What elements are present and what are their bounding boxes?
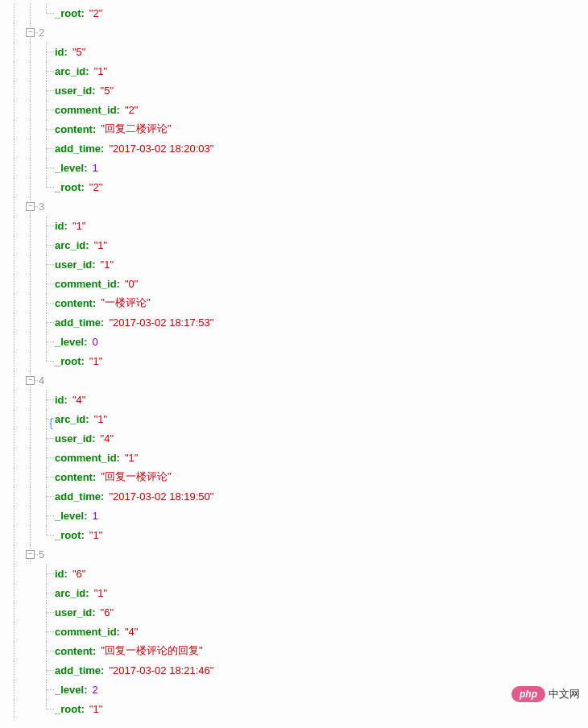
colon: : — [117, 626, 120, 638]
property-value: "4" — [72, 394, 85, 406]
json-tree: _root : "2"− 2id : "5"arc_id : "1"user_i… — [0, 3, 588, 718]
colon: : — [92, 259, 95, 271]
collapse-toggle[interactable]: − — [26, 550, 35, 559]
colon: : — [101, 664, 104, 676]
property-row: add_time : "2017-03-02 18:20:03" — [6, 139, 588, 158]
property-value: "2017-03-02 18:20:03" — [109, 143, 213, 155]
property-content: arc_id : "1" — [55, 65, 107, 77]
property-value: "2" — [89, 181, 102, 193]
watermark: php 中文网 — [511, 686, 580, 702]
property-content: content : "回复二楼评论" — [55, 122, 172, 136]
property-row: add_time : "2017-03-02 18:19:50" — [6, 486, 588, 506]
array-index: 5 — [39, 548, 44, 560]
property-key: add_time — [55, 143, 101, 155]
property-content: comment_id : "1" — [55, 452, 138, 464]
property-row: _root : "1" — [6, 699, 588, 718]
array-index-row[interactable]: − 5 — [6, 544, 588, 564]
property-key: _level — [55, 510, 84, 522]
property-content: user_id : "6" — [55, 606, 114, 618]
property-content: _root : "2" — [55, 7, 102, 19]
colon: : — [84, 510, 87, 522]
colon: : — [101, 490, 104, 503]
property-key: _root — [55, 181, 81, 193]
property-value: "2" — [89, 7, 102, 19]
property-content: comment_id : "2" — [55, 104, 138, 116]
colon: : — [92, 85, 95, 97]
array-index: 2 — [39, 27, 44, 39]
colon: : — [64, 394, 68, 406]
property-row: _root : "1" — [6, 351, 588, 370]
colon: : — [93, 297, 96, 309]
property-key: comment_id — [55, 104, 117, 116]
property-key: _level — [55, 336, 84, 348]
property-key: content — [55, 123, 93, 135]
property-content: id : "6" — [55, 568, 85, 580]
property-row: arc_id : "1" — [6, 583, 588, 602]
colon: : — [85, 65, 89, 77]
array-index-row[interactable]: − 4 — [6, 370, 588, 390]
property-value: "1" — [94, 65, 107, 77]
colon: : — [81, 355, 85, 367]
colon: : — [81, 181, 85, 193]
property-value: "0" — [125, 278, 138, 290]
colon: : — [117, 452, 120, 464]
property-value: "回复一楼评论的回复" — [101, 643, 202, 658]
property-key: _root — [55, 703, 81, 715]
property-row: id : "6" — [6, 564, 588, 583]
property-value: 1 — [93, 162, 98, 174]
property-content: arc_id : "1" — [55, 413, 107, 425]
property-row: _root : "2" — [6, 177, 588, 196]
colon: : — [117, 104, 120, 116]
property-row: id : "5" — [6, 42, 588, 61]
property-key: user_id — [55, 432, 92, 445]
property-row: _level : 1 — [6, 158, 588, 177]
property-value: "一楼评论" — [101, 296, 150, 310]
collapse-toggle[interactable]: − — [26, 28, 35, 37]
property-value: "6" — [72, 568, 85, 580]
property-value: "1" — [89, 529, 102, 541]
property-row: comment_id : "1" — [6, 448, 588, 467]
property-row: add_time : "2017-03-02 18:21:46" — [6, 660, 588, 680]
property-row: content : "回复二楼评论" — [6, 119, 588, 139]
property-value: 0 — [93, 336, 98, 348]
colon: : — [84, 336, 87, 348]
property-key: content — [55, 645, 93, 657]
property-value: "2017-03-02 18:17:53" — [109, 316, 213, 329]
property-content: content : "一楼评论" — [55, 296, 151, 310]
property-content: comment_id : "0" — [55, 278, 138, 290]
property-content: content : "回复一楼评论" — [55, 469, 172, 484]
property-content: comment_id : "4" — [55, 626, 138, 638]
colon: : — [64, 46, 68, 58]
property-value: "4" — [125, 626, 138, 638]
property-key: user_id — [55, 606, 92, 618]
property-key: arc_id — [55, 587, 85, 599]
property-row: user_id : "6" — [6, 602, 588, 622]
property-value: "5" — [72, 46, 85, 58]
property-value: "1" — [94, 587, 107, 599]
property-value: "1" — [94, 413, 107, 425]
array-index-row[interactable]: − 2 — [6, 23, 588, 42]
property-row: _level : 0 — [6, 332, 588, 351]
property-key: id — [55, 220, 64, 232]
property-key: add_time — [55, 664, 101, 676]
property-row: content : "回复一楼评论" — [6, 467, 588, 486]
colon: : — [117, 278, 120, 290]
property-key: _level — [55, 684, 84, 696]
property-key: content — [55, 471, 93, 483]
property-content: id : "5" — [55, 46, 85, 58]
property-value: "6" — [101, 606, 114, 618]
array-index-row[interactable]: − 3 — [6, 196, 588, 216]
property-value: "2" — [125, 104, 138, 116]
property-value: "1" — [94, 239, 107, 251]
property-content: _root : "1" — [55, 355, 102, 367]
property-row: content : "回复一楼评论的回复" — [6, 641, 588, 660]
collapse-toggle[interactable]: − — [26, 376, 35, 385]
collapse-toggle[interactable]: − — [26, 202, 35, 211]
colon: : — [81, 7, 85, 19]
colon: : — [93, 471, 96, 483]
property-key: arc_id — [55, 239, 85, 251]
property-row: user_id : "4" — [6, 428, 588, 448]
property-value: "4" — [101, 432, 114, 445]
property-content: _root : "2" — [55, 181, 102, 193]
property-value: "1" — [89, 703, 102, 715]
